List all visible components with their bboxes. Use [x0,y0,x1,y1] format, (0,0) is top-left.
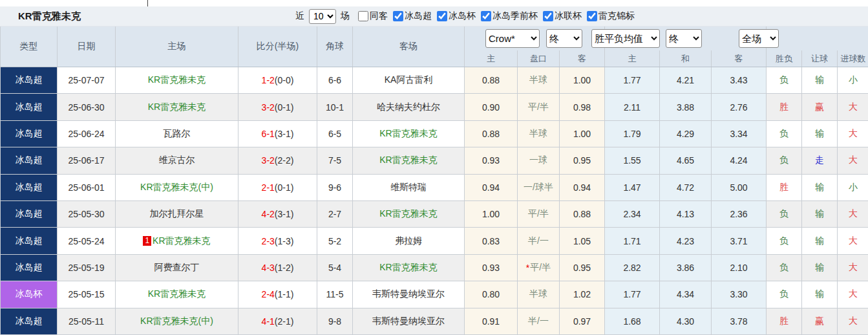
subcol-eu-draw: 和 [660,50,712,67]
bookmaker-select[interactable]: Crow* [485,29,540,48]
away-team-name[interactable]: KA阿古雷利 [385,74,433,86]
eu-home-odds: 1.77 [605,67,660,94]
col-header-corner: 角球 [317,27,353,67]
filter-checkbox-冰岛杯[interactable]: 冰岛杯 [437,10,476,22]
match-date: 25-05-19 [58,255,116,281]
home-team-name[interactable]: KR雷克雅未克 [148,288,206,300]
ah-line-text: 平/半 [528,208,549,220]
home-team-name[interactable]: KR雷克雅未克(中) [140,182,213,193]
filter-controls: 近 10 场 同客冰岛超冰岛杯冰岛季前杯冰联杯雷克锦标 [292,6,635,26]
away-team-name[interactable]: 维斯特瑞 [390,182,427,193]
home-team-cell: KR雷克雅未克 [116,94,238,120]
home-team-cell: KR雷克雅未克(中) [116,308,238,335]
home-team-cell: KR雷克雅未克 [116,67,238,94]
eu-draw-odds: 4.65 [660,147,712,174]
subcol-ah-away: 客 [560,50,605,67]
ah-line-text: 半球 [529,128,547,140]
eu-away-odds: 2.36 [712,201,767,228]
halftime-score: (1-3) [275,236,294,246]
eu-draw-odds: 4.30 [660,308,712,335]
subcol-result-goals: 进球数 [838,50,868,67]
eu-home-odds: 1.79 [605,121,660,147]
period-select[interactable]: 全场 [739,29,779,48]
away-team-name[interactable]: KR雷克雅未克 [379,155,437,166]
corner-score: 9-6 [317,175,353,201]
ah-line: 平/半 [518,94,560,120]
away-team-name[interactable]: 哈夫纳夫约杜尔 [377,102,440,113]
result-handicap: 输 [802,121,838,147]
recent-count-select[interactable]: 10 [309,9,336,24]
bookmaker-time-select[interactable]: 终 [546,29,582,48]
checkbox-input[interactable] [587,11,597,21]
home-team-name[interactable]: 维京古尔 [159,155,195,166]
home-team-name[interactable]: 瓦路尔 [164,128,191,140]
filter-checkbox-雷克锦标[interactable]: 雷克锦标 [587,10,635,22]
home-team-cell: 加尔扎拜尔星 [116,201,238,228]
ah-away-odds: 1.02 [560,281,605,308]
score-cell: 3-2(0-1) [238,94,317,120]
checkbox-input[interactable] [481,11,491,21]
result-handicap: 走 [802,147,838,174]
result-wdl: 胜 [767,308,802,335]
away-team-name[interactable]: 弗拉姆 [395,235,422,247]
fulltime-score: 4-1 [262,316,275,327]
europe-time-select[interactable]: 终 [666,29,702,48]
home-team-cell: KR雷克雅未克(中) [116,175,238,201]
filter-checkbox-label: 冰岛超 [405,10,432,22]
eu-home-odds: 2.11 [605,94,660,120]
match-date: 25-06-24 [58,121,116,147]
ah-line: 半球 [518,121,560,147]
filter-checkbox-同客[interactable]: 同客 [358,10,388,22]
ah-home-odds: 0.83 [465,228,518,254]
col-header-date: 日期 [58,27,116,67]
home-team-name[interactable]: KR雷克雅未克 [148,74,206,86]
league-type-badge: 冰岛超 [1,255,58,281]
away-team-name[interactable]: KR雷克雅未克 [379,208,437,220]
checkbox-input[interactable] [358,11,368,21]
eu-home-odds: 1.68 [605,308,660,335]
fulltime-score: 4-2 [262,209,275,219]
ah-home-odds: 0.91 [465,308,518,335]
match-date: 25-06-30 [58,94,116,120]
result-handicap: 输 [802,228,838,254]
table-row: 冰岛超25-07-07KR雷克雅未克1-2(0-0)6-6KA阿古雷利0.88半… [0,67,868,94]
result-overunder: 小 [838,175,868,201]
halftime-score: (2-1) [275,316,294,327]
ah-line-text: 半/一 [528,316,549,327]
result-wdl: 负 [767,281,802,308]
home-team-name[interactable]: KR雷克雅未克 [148,102,206,113]
corner-score: 6-6 [317,67,353,94]
subcol-result-wdl: 胜负 [767,50,802,67]
away-team-name[interactable]: 韦斯特曼纳埃亚尔 [372,288,445,300]
league-type-badge: 冰岛超 [1,67,58,94]
filter-checkbox-冰岛季前杯[interactable]: 冰岛季前杯 [481,10,538,22]
away-team-name[interactable]: 韦斯特曼纳埃亚尔 [372,316,445,327]
home-team-name[interactable]: KR雷克雅未克 [153,235,210,247]
filter-checkbox-冰联杯[interactable]: 冰联杯 [543,10,582,22]
ah-away-odds: 0.95 [560,147,605,174]
halftime-score: (2-2) [275,155,294,166]
result-wdl: 负 [767,121,802,147]
away-team-name[interactable]: KR雷克雅未克 [379,128,437,140]
eu-away-odds: 2.10 [712,255,767,281]
result-handicap: 输 [802,175,838,201]
away-team-cell: KA阿古雷利 [353,67,465,94]
home-team-cell: KR雷克雅未克 [116,281,238,308]
checkbox-input[interactable] [437,11,447,21]
filter-checkbox-冰岛超[interactable]: 冰岛超 [393,10,432,22]
matches-label: 场 [341,10,350,22]
away-team-cell: 弗拉姆 [353,228,465,254]
home-team-name[interactable]: KR雷克雅未克(中) [140,316,213,327]
result-wdl: 负 [767,67,802,94]
home-team-name[interactable]: 阿费查尔丁 [154,262,200,274]
result-overunder: 大 [838,94,868,120]
checkbox-input[interactable] [543,11,553,21]
corner-score: 9-8 [317,308,353,335]
checkbox-input[interactable] [393,11,403,21]
eu-away-odds: 5.00 [712,175,767,201]
europe-odds-select[interactable]: 胜平负均值 [591,29,660,48]
ah-away-odds: 0.98 [560,94,605,120]
home-team-name[interactable]: 加尔扎拜尔星 [150,208,204,220]
away-team-name[interactable]: KR雷克雅未克 [379,262,437,274]
top-strip [0,0,868,6]
